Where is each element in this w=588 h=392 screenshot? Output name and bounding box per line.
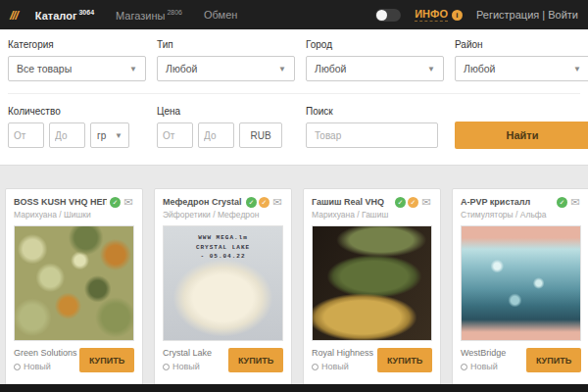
filter-row-1: Категория Все товары ▼ Тип Любой ▼ Город… (8, 39, 580, 81)
product-card: BOSS KUSH VHQ НЕПРЕС ✓✉ Марихуана / Шишк… (5, 188, 143, 387)
price-from-input[interactable] (157, 122, 193, 148)
status-label: Новый (470, 362, 498, 371)
price-label: Цена (157, 106, 295, 117)
chevron-down-icon: ▼ (115, 131, 122, 140)
category-label: Категория (8, 39, 146, 50)
city-value: Любой (315, 63, 346, 74)
chevron-down-icon: ▼ (573, 65, 581, 74)
type-label: Тип (157, 39, 295, 50)
info-link[interactable]: ИНФО i (415, 8, 463, 22)
envelope-icon[interactable]: ✉ (271, 197, 283, 208)
info-label: ИНФО (415, 8, 448, 22)
filter-city: Город Любой ▼ (306, 39, 444, 81)
badge-group: ✓✓✉ (246, 197, 283, 208)
quantity-from-input[interactable] (8, 122, 44, 148)
photo-handwritten-note: WWW MEGA.lm CRYSTAL LAKE - 05.04.22 (164, 233, 282, 262)
badge-group: ✓✉ (557, 197, 581, 208)
filter-panel: Категория Все товары ▼ Тип Любой ▼ Город… (0, 29, 588, 166)
premium-icon: ✓ (408, 197, 418, 208)
verified-icon: ✓ (557, 197, 567, 208)
buy-button[interactable]: КУПИТЬ (228, 348, 283, 372)
filter-type: Тип Любой ▼ (157, 39, 295, 81)
filter-category: Категория Все товары ▼ (8, 39, 146, 81)
footer-bar (0, 384, 588, 392)
verified-icon: ✓ (246, 197, 257, 208)
catalog-count: 3064 (78, 9, 94, 16)
shops-count: 2806 (167, 9, 182, 16)
envelope-icon[interactable]: ✉ (569, 197, 581, 208)
verified-icon: ✓ (110, 197, 121, 208)
district-label: Район (455, 39, 588, 50)
filter-row-2: Количество гр ▼ Цена RUB Поиск Найт (8, 93, 580, 149)
filter-search: Поиск (306, 106, 444, 149)
seller-link[interactable]: Royal Highness (312, 348, 373, 358)
type-select[interactable]: Любой ▼ (157, 56, 295, 81)
quantity-to-input[interactable] (49, 122, 85, 148)
product-photo-white-powder[interactable]: WWW MEGA.lm CRYSTAL LAKE - 05.04.22 (163, 225, 283, 341)
product-category: Эйфоретики / Мефедрон (163, 210, 283, 220)
product-photo-hashish-blocks[interactable] (312, 225, 432, 341)
product-title[interactable]: Мефедрон Crystal VHQ (163, 197, 243, 207)
district-value: Любой (464, 63, 495, 74)
toggle-knob-icon (376, 10, 387, 21)
category-select[interactable]: Все товары ▼ (8, 56, 146, 81)
filter-quantity: Количество гр ▼ (8, 106, 146, 149)
product-card: Мефедрон Crystal VHQ ✓✓✉ Эйфоретики / Ме… (154, 188, 292, 387)
buy-button[interactable]: КУПИТЬ (377, 348, 432, 372)
info-icon: i (452, 10, 463, 21)
product-photo-blue-crystals[interactable] (461, 225, 581, 341)
nav-item-catalog-label: Каталог (35, 9, 77, 21)
buy-button[interactable]: КУПИТЬ (526, 348, 581, 372)
nav-right-group: ИНФО i Регистрация | Войти (375, 8, 578, 22)
product-title[interactable]: Гашиш Real VHQ (312, 197, 384, 207)
seller-link[interactable]: Crystal Lake (163, 348, 212, 358)
price-to-input[interactable] (198, 122, 234, 148)
status-label: Новый (24, 362, 51, 371)
product-grid: BOSS KUSH VHQ НЕПРЕС ✓✉ Марихуана / Шишк… (0, 166, 588, 387)
badge-group: ✓✉ (110, 197, 134, 208)
find-button-cell: Найти (455, 106, 588, 149)
buy-button[interactable]: КУПИТЬ (79, 348, 134, 372)
product-card: Гашиш Real VHQ ✓✓✉ Марихуана / Гашиш Roy… (303, 188, 441, 387)
search-label: Поиск (306, 106, 444, 117)
product-photo-cannabis-buds[interactable] (14, 225, 134, 341)
product-card: A-PVP кристалл ✓✉ Стимуляторы / Альфа We… (452, 188, 588, 387)
product-category: Стимуляторы / Альфа (461, 210, 581, 220)
filter-district: Район Любой ▼ (455, 39, 588, 81)
seller-link[interactable]: WestBridge (461, 348, 506, 358)
chevron-down-icon: ▼ (278, 65, 286, 74)
seller-status: Новый (461, 362, 506, 371)
seller-status: Новый (14, 362, 77, 371)
status-circle-icon (461, 364, 467, 370)
site-logo[interactable]: /// (10, 8, 18, 23)
theme-toggle[interactable] (375, 9, 401, 22)
envelope-icon[interactable]: ✉ (122, 197, 134, 208)
chevron-down-icon: ▼ (427, 65, 435, 74)
status-circle-icon (312, 364, 318, 370)
nav-item-exchange-label: Обмен (204, 9, 237, 21)
category-value: Все товары (17, 63, 72, 74)
type-value: Любой (166, 63, 197, 74)
nav-item-shops[interactable]: Магазины2806 (116, 9, 182, 22)
district-select[interactable]: Любой ▼ (455, 56, 588, 81)
product-category: Марихуана / Шишки (14, 210, 134, 220)
seller-link[interactable]: Green Solutions (14, 348, 77, 358)
search-input[interactable] (306, 122, 438, 148)
auth-links[interactable]: Регистрация | Войти (476, 9, 578, 21)
verified-icon: ✓ (395, 197, 406, 208)
status-label: Новый (172, 362, 200, 371)
product-category: Марихуана / Гашиш (312, 210, 432, 220)
envelope-icon[interactable]: ✉ (420, 197, 432, 208)
status-label: Новый (321, 362, 349, 371)
city-select[interactable]: Любой ▼ (306, 56, 444, 81)
chevron-down-icon: ▼ (129, 65, 137, 74)
nav-item-catalog[interactable]: Каталог3064 (35, 9, 94, 22)
filter-price: Цена RUB (157, 106, 295, 149)
quantity-label: Количество (8, 106, 146, 117)
find-button[interactable]: Найти (455, 122, 588, 149)
quantity-unit-select[interactable]: гр ▼ (90, 122, 129, 148)
product-title[interactable]: BOSS KUSH VHQ НЕПРЕС (14, 197, 107, 207)
nav-item-exchange[interactable]: Обмен (204, 9, 237, 21)
status-circle-icon (163, 364, 170, 370)
product-title[interactable]: A-PVP кристалл (461, 197, 530, 207)
